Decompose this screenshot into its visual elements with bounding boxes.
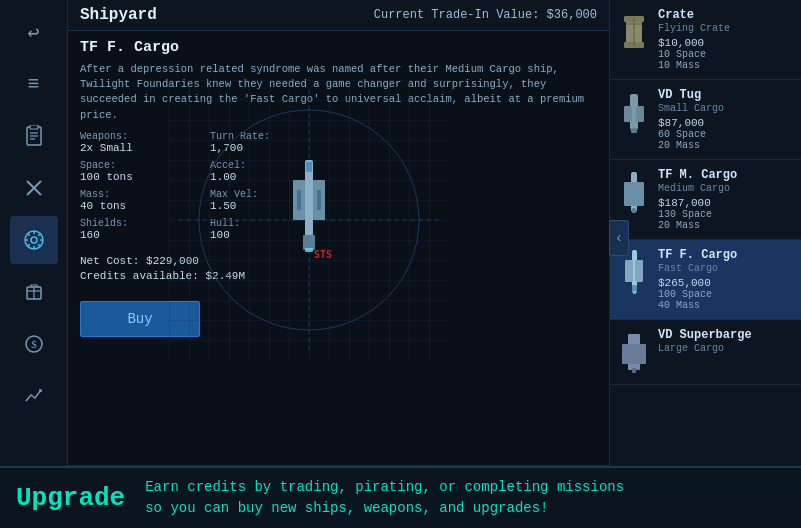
svg-rect-45 bbox=[624, 182, 634, 206]
ship-entry-name: TF F. Cargo bbox=[658, 248, 793, 262]
ship-sprite-icon bbox=[618, 8, 650, 56]
svg-rect-42 bbox=[636, 106, 644, 122]
ship-sprite-icon bbox=[618, 328, 650, 376]
ship-sprite-icon bbox=[618, 168, 650, 216]
svg-line-16 bbox=[27, 244, 29, 246]
ship-entry-name: VD Superbarge bbox=[658, 328, 793, 342]
ship-entry-price: $87,000 bbox=[658, 117, 793, 129]
upgrade-text: Earn credits by trading, pirating, or co… bbox=[145, 477, 624, 519]
sidebar-item-chart[interactable] bbox=[10, 372, 58, 420]
svg-line-15 bbox=[38, 234, 40, 236]
ship-entry-stat1: 10 Space bbox=[658, 49, 793, 60]
sidebar-item-helm[interactable] bbox=[10, 216, 58, 264]
page-title: Shipyard bbox=[80, 6, 157, 24]
ship-entry-name: TF M. Cargo bbox=[658, 168, 793, 182]
svg-rect-1 bbox=[30, 125, 38, 129]
ship-name: TF F. Cargo bbox=[68, 31, 609, 60]
ship-entry-stat2: 10 Mass bbox=[658, 60, 793, 71]
svg-rect-55 bbox=[632, 368, 636, 373]
upgrade-bar: Upgrade Earn credits by trading, piratin… bbox=[0, 466, 801, 528]
sidebar-item-credits[interactable]: $ bbox=[10, 320, 58, 368]
svg-rect-30 bbox=[306, 162, 312, 172]
sidebar: ↩ ≡ bbox=[0, 0, 68, 528]
ship-entry-type: Medium Cargo bbox=[658, 183, 793, 194]
svg-point-8 bbox=[31, 237, 37, 243]
right-panel-toggle[interactable]: ‹ bbox=[609, 220, 629, 256]
trade-in-value: Current Trade-In Value: $36,000 bbox=[374, 8, 597, 22]
ship-list-item[interactable]: VD Superbarge Large Cargo bbox=[610, 320, 801, 385]
ship-entry-price: $265,000 bbox=[658, 277, 793, 289]
svg-line-13 bbox=[27, 234, 29, 236]
ship-entry-name: Crate bbox=[658, 8, 793, 22]
svg-rect-31 bbox=[297, 190, 301, 210]
svg-text:STS: STS bbox=[314, 249, 332, 260]
sidebar-item-cargo[interactable] bbox=[10, 268, 58, 316]
ship-entry-stat2: 20 Mass bbox=[658, 220, 793, 231]
ship-entry-price: $187,000 bbox=[658, 197, 793, 209]
svg-rect-33 bbox=[305, 248, 313, 252]
ship-entry-type: Fast Cargo bbox=[658, 263, 793, 274]
svg-rect-54 bbox=[622, 344, 646, 364]
ship-entry-type: Small Cargo bbox=[658, 103, 793, 114]
ship-entry-stat1: 130 Space bbox=[658, 209, 793, 220]
ship-entry-price: $10,000 bbox=[658, 37, 793, 49]
svg-rect-43 bbox=[631, 128, 637, 133]
svg-rect-41 bbox=[624, 106, 632, 122]
main-panel: Shipyard Current Trade-In Value: $36,000… bbox=[68, 0, 609, 466]
ship-entry-stat1: 100 Space bbox=[658, 289, 793, 300]
header: Shipyard Current Trade-In Value: $36,000 bbox=[68, 0, 609, 31]
svg-rect-32 bbox=[317, 190, 321, 210]
upgrade-label: Upgrade bbox=[16, 483, 125, 513]
ship-list-item[interactable]: TF F. Cargo Fast Cargo $265,000 100 Spac… bbox=[610, 240, 801, 320]
svg-rect-49 bbox=[625, 260, 633, 282]
ship-entry-stat2: 20 Mass bbox=[658, 140, 793, 151]
ship-entry-type: Large Cargo bbox=[658, 343, 793, 354]
sidebar-item-clipboard[interactable] bbox=[10, 112, 58, 160]
ship-entry-name: VD Tug bbox=[658, 88, 793, 102]
svg-text:$: $ bbox=[31, 338, 37, 350]
svg-line-14 bbox=[38, 244, 40, 246]
ship-list-item[interactable]: Crate Flying Crate $10,000 10 Space 10 M… bbox=[610, 0, 801, 80]
ship-list-panel: Crate Flying Crate $10,000 10 Space 10 M… bbox=[609, 0, 801, 466]
grid-svg: STS bbox=[169, 80, 449, 360]
ship-entry-stat1: 60 Space bbox=[658, 129, 793, 140]
svg-rect-46 bbox=[634, 182, 644, 206]
sidebar-item-back[interactable]: ↩ bbox=[10, 8, 58, 56]
ship-sprite-icon bbox=[618, 88, 650, 136]
ship-entry-stat2: 40 Mass bbox=[658, 300, 793, 311]
ship-list-item[interactable]: VD Tug Small Cargo $87,000 60 Space 20 M… bbox=[610, 80, 801, 160]
svg-rect-47 bbox=[632, 208, 636, 213]
svg-rect-50 bbox=[635, 260, 643, 282]
ship-visual: STS bbox=[169, 80, 449, 360]
sidebar-item-tools[interactable] bbox=[10, 164, 58, 212]
ship-list-item[interactable]: TF M. Cargo Medium Cargo $187,000 130 Sp… bbox=[610, 160, 801, 240]
svg-rect-52 bbox=[633, 291, 636, 294]
svg-rect-29 bbox=[303, 235, 315, 250]
sidebar-item-menu[interactable]: ≡ bbox=[10, 60, 58, 108]
ship-entry-type: Flying Crate bbox=[658, 23, 793, 34]
